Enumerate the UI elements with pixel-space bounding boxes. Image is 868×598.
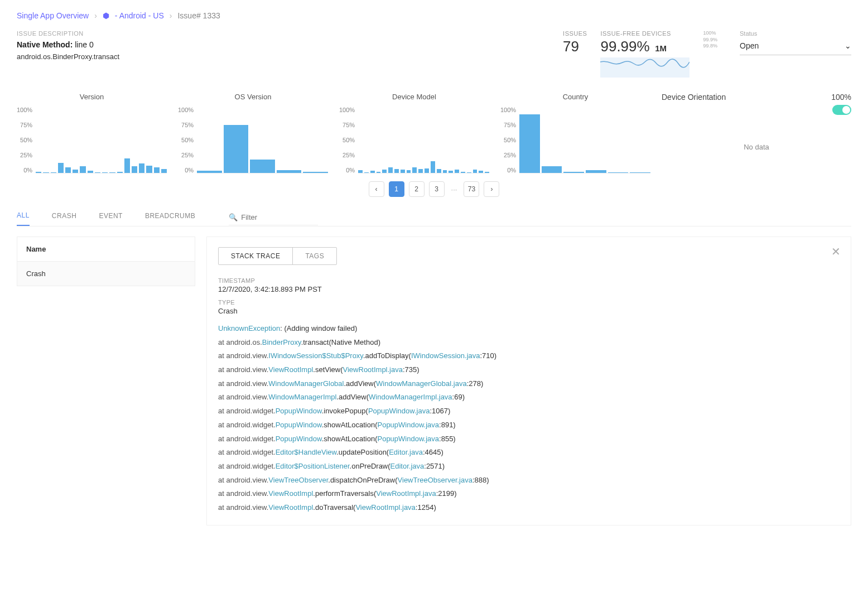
bar[interactable]: [65, 167, 71, 173]
bar[interactable]: [377, 172, 381, 173]
status-select[interactable]: Open ⌄: [740, 39, 851, 55]
filter-field[interactable]: 🔍: [229, 212, 318, 225]
stack-file[interactable]: PopupWindow.java: [368, 407, 430, 415]
bar[interactable]: [443, 170, 447, 173]
stack-class[interactable]: Editor$PositionListener: [276, 462, 350, 470]
bar[interactable]: [388, 167, 393, 173]
bar[interactable]: [303, 172, 328, 173]
bar[interactable]: [109, 172, 115, 173]
bar[interactable]: [455, 170, 459, 173]
bar[interactable]: [58, 163, 64, 173]
stack-class[interactable]: WindowManagerImpl: [268, 393, 336, 401]
tab-tags[interactable]: TAGS: [292, 248, 336, 264]
stack-file[interactable]: ViewRootImpl.java: [343, 365, 403, 374]
bar[interactable]: [358, 170, 363, 173]
bar[interactable]: [197, 171, 222, 173]
bar[interactable]: [250, 160, 275, 173]
stack-file[interactable]: WindowManagerGlobal.java: [376, 379, 467, 388]
stack-file[interactable]: IWindowSession.java: [411, 351, 480, 360]
bar[interactable]: [461, 172, 465, 173]
exception-class[interactable]: UnknownException: [218, 324, 280, 332]
crash-row[interactable]: Crash: [17, 262, 195, 286]
bar[interactable]: [437, 169, 441, 173]
tab-crash[interactable]: CRASH: [52, 212, 77, 225]
breadcrumb-root[interactable]: Single App Overview: [17, 11, 89, 20]
stack-line: at android.view.WindowManagerGlobal.addV…: [218, 377, 840, 391]
close-button[interactable]: ✕: [831, 245, 841, 258]
stack-class[interactable]: ViewRootImpl: [268, 503, 313, 512]
bar[interactable]: [139, 163, 144, 173]
bar[interactable]: [51, 172, 56, 173]
stack-trace: UnknownException: (Adding window failed)…: [218, 322, 840, 515]
stack-file[interactable]: Editor.java: [390, 462, 425, 470]
tab-all[interactable]: ALL: [17, 211, 30, 226]
bar[interactable]: [467, 172, 471, 173]
bar[interactable]: [146, 166, 152, 173]
bar[interactable]: [43, 172, 49, 173]
page-1-button[interactable]: 1: [389, 181, 404, 197]
bar[interactable]: [80, 166, 85, 173]
bar[interactable]: [479, 171, 483, 173]
bar[interactable]: [485, 172, 489, 173]
chart-title: Device Model: [339, 93, 489, 101]
stack-file[interactable]: ViewRootImpl.java: [376, 489, 436, 498]
page-prev-button[interactable]: ‹: [369, 181, 384, 197]
bar[interactable]: [161, 169, 167, 173]
bar[interactable]: [154, 167, 160, 173]
stack-class[interactable]: Editor$HandleView: [276, 448, 337, 456]
bar[interactable]: [36, 172, 41, 173]
bar[interactable]: [132, 166, 137, 173]
stack-class[interactable]: PopupWindow: [276, 407, 322, 415]
orientation-toggle[interactable]: [832, 105, 851, 115]
bar[interactable]: [407, 170, 411, 173]
page-2-button[interactable]: 2: [409, 181, 425, 197]
bar[interactable]: [586, 170, 606, 173]
bar[interactable]: [563, 172, 584, 173]
tab-stack-trace[interactable]: STACK TRACE: [219, 248, 292, 264]
filter-input[interactable]: [241, 213, 318, 221]
stack-file[interactable]: Editor.java: [389, 448, 423, 456]
stack-class[interactable]: ViewRootImpl: [268, 365, 313, 374]
tab-breadcrumb[interactable]: BREADCRUMB: [145, 212, 195, 225]
page-next-button[interactable]: ›: [484, 181, 499, 197]
bar[interactable]: [473, 170, 478, 173]
page-last-button[interactable]: 73: [464, 181, 479, 197]
bar[interactable]: [364, 172, 369, 173]
bar[interactable]: [124, 158, 130, 173]
stack-class[interactable]: ViewTreeObserver: [268, 476, 328, 484]
stack-class[interactable]: WindowManagerGlobal: [268, 379, 344, 388]
breadcrumb-app[interactable]: - Android - US: [115, 11, 164, 20]
bar[interactable]: [449, 171, 453, 173]
bar[interactable]: [73, 170, 78, 173]
bar[interactable]: [394, 169, 399, 173]
stack-file[interactable]: ViewRootImpl.java: [355, 503, 415, 512]
page-3-button[interactable]: 3: [429, 181, 445, 197]
bar[interactable]: [88, 171, 93, 173]
stack-class[interactable]: BinderProxy: [262, 338, 301, 346]
bar[interactable]: [277, 170, 302, 173]
bar[interactable]: [425, 168, 429, 173]
stack-class[interactable]: IWindowSession$Stub$Proxy: [268, 351, 363, 360]
bar[interactable]: [519, 114, 540, 173]
bar[interactable]: [608, 172, 629, 173]
bar[interactable]: [95, 172, 100, 173]
bar[interactable]: [412, 167, 417, 173]
stack-file[interactable]: WindowManagerImpl.java: [369, 393, 452, 401]
bar[interactable]: [102, 172, 108, 173]
bar[interactable]: [224, 125, 249, 173]
bar[interactable]: [370, 171, 375, 173]
stack-class[interactable]: ViewRootImpl: [268, 489, 313, 498]
stack-file[interactable]: PopupWindow.java: [377, 435, 439, 443]
bar[interactable]: [542, 166, 562, 173]
stack-class[interactable]: PopupWindow: [276, 435, 322, 443]
stack-file[interactable]: PopupWindow.java: [377, 421, 439, 429]
bar[interactable]: [431, 161, 435, 173]
bar[interactable]: [630, 172, 650, 173]
stack-file[interactable]: ViewTreeObserver.java: [398, 476, 472, 484]
bar[interactable]: [401, 170, 405, 173]
bar[interactable]: [418, 169, 423, 173]
stack-class[interactable]: PopupWindow: [276, 421, 322, 429]
bar[interactable]: [117, 172, 123, 173]
tab-event[interactable]: EVENT: [99, 212, 123, 225]
bar[interactable]: [382, 170, 387, 173]
